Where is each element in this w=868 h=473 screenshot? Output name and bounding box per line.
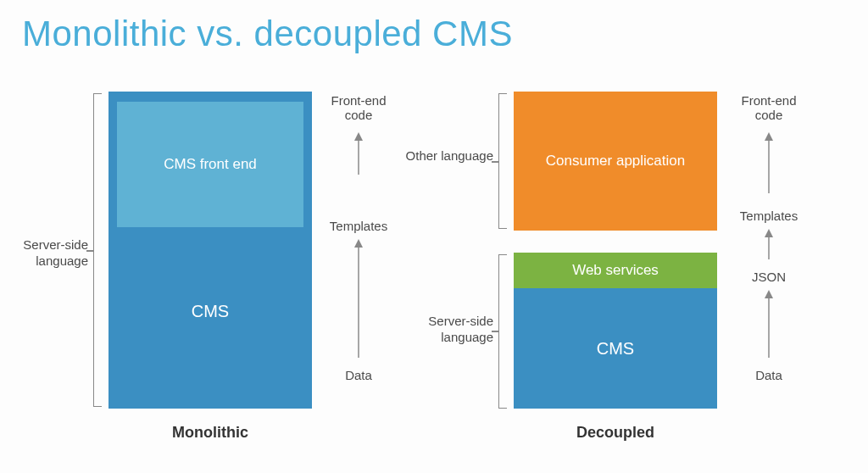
svg-marker-9 bbox=[765, 290, 773, 298]
mono-arrow-label-bottom: Data bbox=[320, 368, 397, 382]
arrow-up-icon bbox=[762, 132, 776, 193]
mono-arrow-label-top: Front-end code bbox=[320, 93, 397, 122]
mono-cms-label: CMS bbox=[108, 302, 312, 321]
dec-arrow-label-top: Front-end code bbox=[731, 93, 807, 122]
arrow-up-icon bbox=[352, 239, 365, 358]
svg-marker-3 bbox=[354, 239, 363, 248]
dec-cms-box: CMS bbox=[514, 288, 717, 409]
dec-webservices-box: Web services bbox=[514, 253, 717, 288]
dec-server-bracket-label: Server-side language bbox=[405, 314, 493, 346]
mono-bracket bbox=[93, 93, 102, 407]
mono-bracket-label: Server-side language bbox=[14, 237, 88, 270]
dec-arrow-label-json: JSON bbox=[731, 270, 807, 284]
dec-other-bracket bbox=[498, 93, 507, 229]
diagram-title: Monolithic vs. decoupled CMS bbox=[22, 14, 513, 54]
mono-frontend-box: CMS front end bbox=[117, 102, 303, 227]
dec-other-bracket-label: Other language bbox=[405, 148, 493, 164]
arrow-up-icon bbox=[762, 290, 776, 358]
mono-bracket-tick bbox=[86, 250, 93, 252]
mono-caption: Monolithic bbox=[108, 424, 312, 442]
dec-arrow-label-bottom: Data bbox=[731, 368, 807, 382]
svg-marker-5 bbox=[765, 132, 773, 141]
svg-marker-7 bbox=[765, 229, 773, 237]
arrow-up-icon bbox=[762, 229, 776, 259]
dec-server-bracket-tick bbox=[492, 331, 498, 332]
arrow-up-icon bbox=[352, 132, 365, 175]
dec-consumer-box: Consumer application bbox=[514, 92, 717, 231]
dec-caption: Decoupled bbox=[514, 424, 717, 442]
dec-arrow-label-mid: Templates bbox=[731, 209, 807, 223]
mono-arrow-label-mid: Templates bbox=[320, 219, 397, 233]
dec-other-bracket-tick bbox=[492, 161, 498, 163]
svg-marker-1 bbox=[354, 132, 363, 141]
dec-server-bracket bbox=[498, 254, 507, 409]
